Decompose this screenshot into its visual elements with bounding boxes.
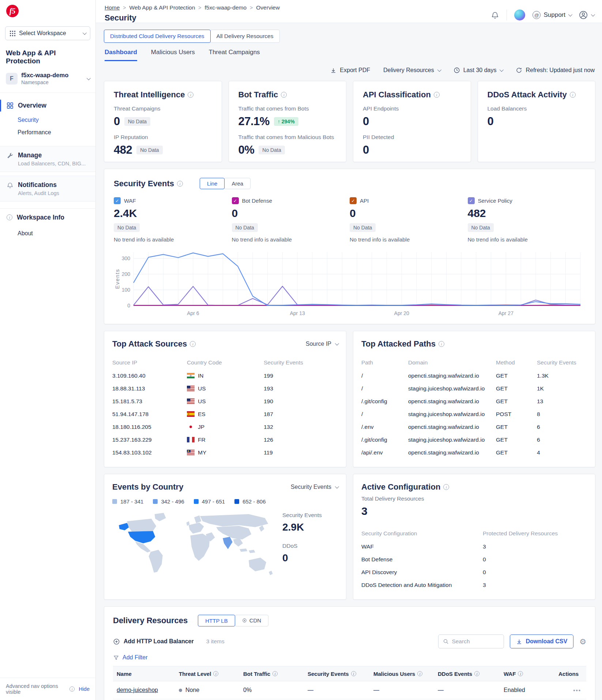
card-title: Bot Traffic xyxy=(238,90,278,100)
security-events-count: 187 xyxy=(264,411,338,418)
legend-checkbox[interactable]: ✓ xyxy=(232,197,239,204)
tab-dashboard[interactable]: Dashboard xyxy=(105,49,137,61)
chart-mode-line[interactable]: Line xyxy=(200,178,225,189)
info-icon[interactable]: i xyxy=(474,671,479,676)
toggle-http-lb[interactable]: HTTP LB xyxy=(198,615,235,626)
bucket-range: 652 - 806 xyxy=(242,498,266,505)
select-workspace-button[interactable]: Select Workspace xyxy=(5,26,90,40)
add-filter-link[interactable]: Add Filter xyxy=(123,654,147,661)
breadcrumb: Home>Web App & API Protection>f5xc-waap-… xyxy=(105,4,280,11)
source-ip-selector[interactable]: Source IP xyxy=(306,341,338,347)
breadcrumb-item-web-app-api-protection[interactable]: Web App & API Protection xyxy=(129,4,195,11)
hide-nav-link[interactable]: Hide xyxy=(79,686,90,692)
legend-checkbox[interactable]: ✓ xyxy=(468,197,475,204)
legend-value: 482 xyxy=(468,207,586,220)
table-row[interactable]: 18.180.116.205JP132 xyxy=(112,420,338,433)
avatar[interactable] xyxy=(514,10,525,20)
table-row[interactable]: 18.88.31.113US193 xyxy=(112,382,338,395)
map-metric-selector[interactable]: Security Events xyxy=(291,484,338,490)
path: /.git/config xyxy=(361,437,408,443)
info-icon[interactable]: i xyxy=(439,341,444,347)
download-csv-button[interactable]: Download CSV xyxy=(510,635,573,648)
tab-threat-campaigns[interactable]: Threat Campaigns xyxy=(209,49,260,61)
table-row[interactable]: /api/.envopencti.staging.wafwizard.ioGET… xyxy=(361,446,587,459)
table-row[interactable]: 15.237.163.229FR126 xyxy=(112,433,338,446)
legend-checkbox[interactable]: ✓ xyxy=(350,197,357,204)
info-icon[interactable]: i xyxy=(272,671,278,676)
info-icon[interactable]: i xyxy=(518,671,523,676)
info-icon[interactable]: i xyxy=(351,671,356,676)
breadcrumb-item-overview[interactable]: Overview xyxy=(256,4,280,11)
select-workspace-label: Select Workspace xyxy=(19,30,66,37)
table-row[interactable]: 15.181.5.73US190 xyxy=(112,395,338,408)
support-menu[interactable]: @ Support xyxy=(533,11,571,19)
account-icon xyxy=(579,10,588,20)
search-input[interactable] xyxy=(452,638,496,645)
legend-checkbox[interactable]: ✓ xyxy=(114,197,121,204)
lb-name-link[interactable]: demo-juiceshop xyxy=(117,687,158,693)
namespace-selector[interactable]: F f5xc-waap-demo Namespace xyxy=(0,67,95,90)
config-name: WAF xyxy=(361,543,483,550)
time-range-dropdown[interactable]: Last 30 days xyxy=(454,67,503,74)
info-icon[interactable]: i xyxy=(188,92,193,98)
info-icon[interactable]: i xyxy=(281,92,287,98)
card-threat-intelligence: Threat IntelligenceiThreat Campaigns0No … xyxy=(104,81,222,162)
country-code: IN xyxy=(198,373,204,379)
info-icon[interactable]: i xyxy=(213,671,218,676)
breadcrumb-item-home[interactable]: Home xyxy=(105,4,120,11)
info-icon[interactable]: i xyxy=(177,181,183,187)
table-row[interactable]: /.git/configopencti.staging.wafwizard.io… xyxy=(361,395,587,408)
breadcrumb-item-f5xc-waap-demo[interactable]: f5xc-waap-demo xyxy=(205,4,247,11)
row-actions-button[interactable]: ••• xyxy=(555,687,586,693)
account-menu[interactable] xyxy=(579,10,594,20)
map-country-us[interactable] xyxy=(128,531,155,543)
info-icon[interactable]: i xyxy=(190,341,196,347)
view-distributed-cloud-delivery-resources[interactable]: Distributed Cloud Delivery Resources xyxy=(104,30,211,43)
table-row[interactable]: /staging.juiceshop.wafwizard.ioGET1K xyxy=(361,382,587,395)
info-icon[interactable]: i xyxy=(570,92,576,98)
table-row[interactable]: 3.109.160.40IN199 xyxy=(112,369,338,382)
view-all-delivery-resources[interactable]: All Delivery Resources xyxy=(210,30,280,43)
sidebar: f5 Select Workspace Web App & API Protec… xyxy=(0,0,96,700)
path: / xyxy=(361,385,408,392)
security-events-count: 132 xyxy=(264,424,338,430)
sidebar-item-notifications[interactable]: Notifications Alerts, Audit Logs xyxy=(0,176,95,202)
map-country-us[interactable] xyxy=(119,523,129,530)
sidebar-item-security[interactable]: Security xyxy=(0,114,95,126)
map-bucket: 187 - 341 xyxy=(112,498,143,505)
map-bucket: 497 - 651 xyxy=(194,498,225,505)
table-row[interactable]: /.git/configstaging.juiceshop.wafwizard.… xyxy=(361,433,587,446)
funnel-icon xyxy=(113,655,119,661)
sidebar-item-manage[interactable]: Manage Load Balancers, CDN, BIG... xyxy=(0,146,95,172)
info-icon[interactable]: i xyxy=(417,671,422,676)
sidebar-item-overview[interactable]: Overview xyxy=(0,98,95,113)
chart-mode-area[interactable]: Area xyxy=(224,178,251,189)
sidebar-item-performance[interactable]: Performance xyxy=(0,126,95,139)
bell-icon[interactable] xyxy=(491,11,499,19)
table-row[interactable]: /opencti.staging.wafwizard.ioGET1.3K xyxy=(361,369,587,382)
map-country-in[interactable] xyxy=(223,537,233,549)
table-row[interactable]: 154.83.103.102MY119 xyxy=(112,446,338,459)
chevron-down-icon xyxy=(500,68,504,72)
add-http-load-balancer-button[interactable]: Add HTTP Load Balancer xyxy=(113,638,194,645)
table-row[interactable]: /staging.juiceshop.wafwizard.ioPOST8 xyxy=(361,408,587,420)
tab-malicious-users[interactable]: Malicious Users xyxy=(151,49,195,61)
security-events-count: 13 xyxy=(537,398,587,405)
f5-logo[interactable]: f5 xyxy=(6,4,19,19)
metric-label: IP Reputation xyxy=(114,134,212,141)
table-row[interactable]: 51.94.147.178ES187 xyxy=(112,408,338,420)
world-map[interactable] xyxy=(112,508,281,586)
gear-icon[interactable]: ⚙ xyxy=(579,638,586,645)
toggle-cdn[interactable]: CDN xyxy=(235,615,269,626)
table-row[interactable]: /.envopencti.staging.wafwizard.ioGET6 xyxy=(361,420,587,433)
delivery-resources-dropdown[interactable]: Delivery Resources xyxy=(383,67,440,74)
info-icon[interactable]: i xyxy=(434,92,440,98)
sidebar-item-workspace-info[interactable]: i Workspace Info xyxy=(0,208,95,227)
bucket-range: 497 - 651 xyxy=(202,498,225,505)
info-icon[interactable]: i xyxy=(443,484,449,490)
info-icon[interactable]: i xyxy=(69,686,75,692)
sidebar-item-about[interactable]: About xyxy=(0,227,95,240)
export-pdf-button[interactable]: Export PDF xyxy=(330,67,370,74)
refresh-button[interactable]: Refresh: Updated just now xyxy=(516,67,595,74)
bucket-swatch xyxy=(194,499,199,504)
